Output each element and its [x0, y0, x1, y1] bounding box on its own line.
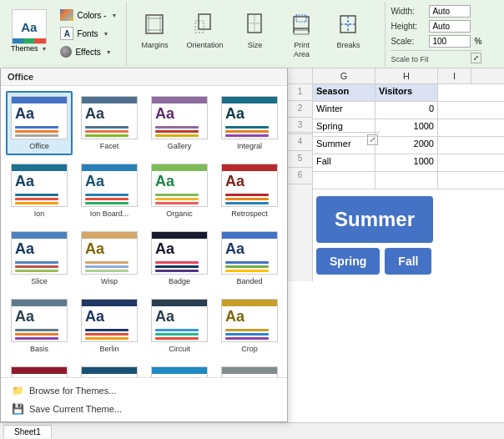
fonts-button[interactable]: A Fonts ▼ [56, 24, 121, 43]
theme-item-berlin[interactable]: AaBerlin [76, 294, 143, 358]
theme-item-badge[interactable]: AaBadge [146, 226, 213, 290]
theme-item-wisp[interactable]: AaWisp [76, 226, 143, 290]
cell-fall-val[interactable]: 1000 [375, 154, 438, 171]
theme-item-organic[interactable]: AaOrganic [146, 159, 213, 223]
theme-aa-dividend: Aa [82, 374, 137, 377]
theme-aa-facet: Aa [82, 103, 137, 124]
page-setup-expand-icon[interactable]: ⤢ [367, 134, 378, 145]
theme-bar-berlin [82, 300, 137, 306]
theme-name-office: Office [29, 142, 48, 150]
row-winter: Winter 0 [313, 102, 504, 119]
theme-preview-retrospect: Aa [221, 164, 278, 207]
theme-aa-basis: Aa [12, 306, 67, 327]
theme-preview-basis: Aa [11, 299, 68, 342]
theme-item-retrospect[interactable]: AaRetrospect [216, 159, 283, 223]
height-input[interactable] [429, 20, 471, 33]
theme-aa-gallery: Aa [152, 103, 207, 124]
theme-bar-dividend [82, 367, 137, 374]
theme-line [15, 337, 58, 340]
theme-line [85, 130, 129, 133]
cell-fall[interactable]: Fall [313, 154, 375, 171]
theme-item-ion[interactable]: AaIon [6, 159, 73, 223]
theme-item-damask[interactable]: AaDamask [6, 361, 73, 377]
theme-name-badge: Badge [169, 277, 190, 285]
theme-lines-berlin [82, 327, 137, 341]
cell-e1[interactable] [313, 172, 375, 189]
theme-item-integral[interactable]: AaIntegral [216, 91, 283, 155]
theme-line [85, 134, 129, 137]
theme-bar-badge [152, 232, 207, 239]
size-button[interactable]: Size [232, 5, 277, 54]
theme-item-droplet[interactable]: AaDroplet [146, 361, 213, 377]
colors-button[interactable]: Colors - ▼ [56, 7, 121, 23]
scale-expand-icon[interactable]: ⤢ [471, 53, 481, 63]
sheet-tab-1[interactable]: Sheet1 [3, 425, 52, 438]
cell-winter[interactable]: Winter [313, 102, 375, 119]
theme-aa-badge: Aa [152, 239, 207, 260]
theme-line [225, 130, 269, 133]
content-area: Office AaOfficeAaFacetAaGalleryAaIntegra… [0, 68, 504, 422]
panel-body[interactable]: AaOfficeAaFacetAaGalleryAaIntegralAaIonA… [1, 86, 287, 377]
cell-season-header[interactable]: Season [313, 84, 375, 101]
margins-button[interactable]: Margins [132, 5, 177, 54]
theme-name-crop: Crop [241, 345, 258, 353]
themes-button[interactable]: Aa Themes ▼ [5, 5, 53, 57]
theme-preview-slice: Aa [11, 231, 68, 275]
cell-spring-val[interactable]: 1000 [375, 119, 438, 136]
theme-line [225, 333, 269, 336]
theme-item-slice[interactable]: AaSlice [6, 226, 73, 290]
chart-summer-bar: Summer [316, 196, 433, 243]
row-num-1: 1 [288, 84, 312, 101]
theme-item-crop[interactable]: AaCrop [216, 294, 283, 358]
theme-bar-crop [222, 300, 277, 306]
header-row: Season Visitors [313, 84, 504, 102]
cell-empty-2 [438, 119, 504, 136]
theme-item-dividend[interactable]: AaDividend [76, 361, 143, 377]
themes-grid: AaOfficeAaFacetAaGalleryAaIntegralAaIonA… [6, 91, 282, 377]
panel-footer: 📁 Browse for Themes... 💾 Save Current Th… [1, 377, 287, 421]
theme-item-banded[interactable]: AaBanded [216, 226, 283, 290]
cell-summer-val[interactable]: 2000 [375, 137, 438, 154]
theme-line [15, 126, 58, 129]
theme-lines-ionboard [82, 192, 137, 206]
scale-percent: % [474, 37, 481, 46]
theme-line [85, 333, 129, 336]
orientation-button[interactable]: Orientation [179, 5, 230, 54]
chart-area: Summer Spring Fall [313, 189, 504, 281]
cell-visitors-header[interactable]: Visitors [375, 84, 438, 101]
theme-name-gallery: Gallery [168, 142, 192, 150]
theme-lines-office [12, 124, 67, 139]
cell-winter-val[interactable]: 0 [375, 102, 438, 119]
theme-line [225, 329, 269, 331]
theme-lines-banded [222, 260, 277, 274]
theme-item-gallery[interactable]: AaGallery [146, 91, 213, 155]
theme-lines-basis [12, 327, 67, 341]
theme-aa-wisp: Aa [82, 239, 137, 260]
theme-preview-office: Aa [11, 96, 68, 139]
theme-line [15, 194, 58, 196]
theme-line [15, 333, 58, 336]
print-area-button[interactable]: Print Area [279, 5, 324, 63]
width-input[interactable] [429, 5, 471, 18]
theme-aa-circuit: Aa [152, 306, 207, 327]
theme-item-basis[interactable]: AaBasis [6, 294, 73, 358]
theme-item-circuit[interactable]: AaCircuit [146, 294, 213, 358]
cell-e2[interactable] [375, 172, 438, 189]
breaks-button[interactable]: Breaks [325, 5, 370, 54]
theme-item-ionboard[interactable]: AaIon Board... [76, 159, 143, 223]
spreadsheet-area: G H I 1 2 3 4 5 6 Season Visitors [288, 68, 504, 422]
theme-item-office[interactable]: AaOffice [6, 91, 73, 155]
theme-item-feathered[interactable]: AaFeathered [216, 361, 283, 377]
scale-input[interactable] [429, 35, 471, 48]
row-fall: Fall 1000 [313, 154, 504, 172]
themes-label: Themes ▼ [11, 44, 47, 53]
save-theme-button[interactable]: 💾 Save Current Theme... [8, 400, 280, 418]
theme-item-facet[interactable]: AaFacet [76, 91, 143, 155]
effects-button[interactable]: Effects ▼ [56, 43, 121, 60]
theme-panel: Office AaOfficeAaFacetAaGalleryAaIntegra… [0, 68, 288, 422]
theme-bar-facet [82, 97, 137, 103]
col-header-H: H [375, 68, 438, 83]
theme-line [225, 126, 269, 129]
browse-themes-button[interactable]: 📁 Browse for Themes... [8, 381, 280, 400]
themes-group: Aa Themes ▼ Colors - ▼ A Fonts ▼ Effects… [0, 2, 127, 66]
